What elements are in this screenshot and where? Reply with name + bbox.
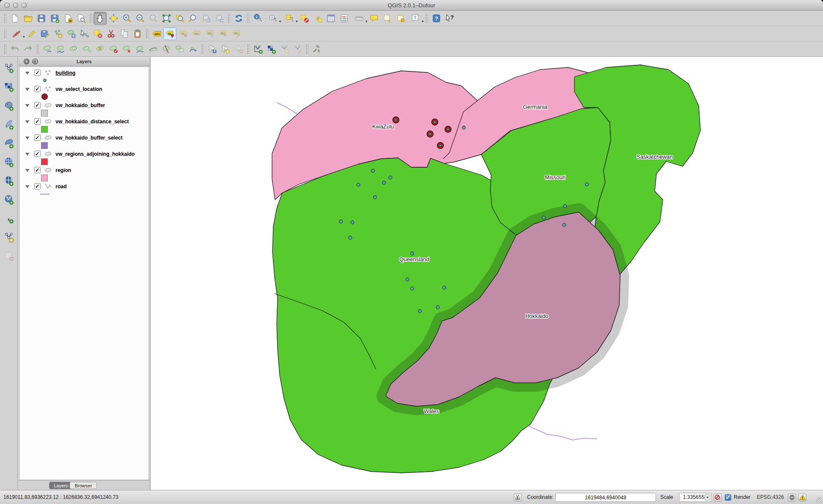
statistical-summary-button[interactable]	[337, 12, 351, 25]
copy-features-button[interactable]	[117, 27, 131, 40]
add-vector-layer-button[interactable]	[1, 60, 17, 76]
minimize-window-button[interactable]	[13, 3, 18, 8]
crs-status-button[interactable]	[788, 493, 796, 501]
new-project-button[interactable]	[8, 12, 21, 25]
select-features-button[interactable]	[281, 12, 298, 25]
add-to-overview-button[interactable]	[205, 43, 219, 55]
stop-rendering-icon[interactable]	[714, 493, 722, 501]
paste-features-button[interactable]	[131, 27, 144, 40]
delete-selected-button[interactable]	[91, 27, 104, 40]
add-wfs-layer-button[interactable]	[1, 192, 17, 207]
toolbar-grip[interactable]	[4, 13, 6, 23]
layer-item-region[interactable]: ✓region	[20, 166, 149, 175]
map-tips-button[interactable]	[367, 12, 381, 25]
zoom-window-button[interactable]	[21, 3, 27, 8]
toolbar-grip[interactable]	[146, 29, 148, 39]
toolbar-grip[interactable]	[89, 13, 92, 23]
rotate-point-symbols-button[interactable]	[186, 43, 199, 55]
layer-checkbox[interactable]: ✓	[34, 118, 41, 125]
zoom-last-button[interactable]	[199, 12, 213, 25]
rotate-label-button[interactable]: abc	[216, 27, 229, 40]
layer-label[interactable]: vw_hokkaido_buffer	[56, 102, 105, 108]
pin-labels-button[interactable]: ab	[163, 27, 176, 40]
toolbar-grip[interactable]	[306, 44, 308, 54]
layer-label[interactable]: vw_hokkaido_buffer_select	[56, 135, 123, 141]
layer-checkbox[interactable]: ✓	[34, 134, 41, 141]
extent-tracking-icon[interactable]	[514, 493, 522, 501]
fill-ring-button[interactable]	[94, 43, 107, 55]
composer-manager-button[interactable]	[74, 12, 88, 25]
layer-label[interactable]: building	[56, 70, 76, 76]
move-label-button[interactable]: abc	[203, 27, 216, 40]
layer-label[interactable]: vw_select_location	[56, 86, 102, 92]
map-canvas[interactable]: KwaZuluGermaniaSaskatchewanMissouriQueen…	[151, 57, 823, 490]
open-project-button[interactable]	[21, 12, 35, 25]
measure-button[interactable]	[351, 12, 367, 25]
expand-arrow-icon[interactable]	[25, 120, 29, 123]
new-raster-layer-button[interactable]	[264, 43, 278, 55]
zoom-in-button[interactable]	[120, 12, 133, 25]
layer-item-vw_hokkaido_buffer[interactable]: ✓vw_hokkaido_buffer	[20, 102, 149, 110]
tab-layers[interactable]: Layers	[49, 482, 73, 489]
offset-curve-button[interactable]	[146, 43, 160, 55]
layer-label[interactable]: vw_hokkaido_distance_select	[56, 119, 129, 125]
layer-checkbox[interactable]: ✓	[34, 151, 41, 157]
undo-button[interactable]	[8, 43, 21, 55]
redo-button[interactable]	[21, 43, 35, 55]
layer-checkbox[interactable]: ✓	[34, 167, 41, 173]
new-print-composer-button[interactable]: ✱	[61, 12, 74, 25]
add-ring-button[interactable]	[67, 43, 80, 55]
zoom-actual-size-button[interactable]: 1:1	[146, 12, 160, 25]
run-feature-action-button[interactable]	[264, 12, 281, 25]
render-checkbox[interactable]: ✓	[725, 494, 731, 501]
combo-arrow-icon[interactable]: ▾	[705, 494, 710, 501]
save-project-as-button[interactable]	[48, 12, 61, 25]
expand-arrow-icon[interactable]	[25, 72, 29, 75]
close-panel-icon[interactable]: ×	[23, 58, 29, 64]
add-mssql-layer-button[interactable]	[1, 135, 17, 151]
delete-ring-button[interactable]	[107, 43, 120, 55]
select-by-expression-button[interactable]: ε	[311, 12, 324, 25]
help-contents-button[interactable]: ?	[430, 12, 443, 25]
toolbar-grip[interactable]	[201, 44, 204, 54]
toolbar-grip[interactable]	[4, 29, 6, 39]
layer-label[interactable]: region	[56, 167, 71, 173]
show-all-layers-button[interactable]: ✱	[219, 43, 232, 55]
toolbar-grip[interactable]	[247, 13, 249, 23]
scale-combo[interactable]: 1:33565585 ▾	[679, 493, 712, 502]
layer-item-building[interactable]: ✓building	[20, 69, 149, 77]
toggle-editing-button[interactable]	[25, 27, 38, 40]
float-panel-icon[interactable]: ❐	[32, 58, 38, 64]
deselect-all-button[interactable]	[298, 12, 311, 25]
open-attribute-table-button[interactable]	[324, 12, 337, 25]
add-spatialite-layer-button[interactable]	[1, 117, 17, 132]
text-annotation-button[interactable]: T	[407, 12, 424, 25]
new-vector-layer-button[interactable]	[251, 43, 264, 55]
layer-item-vw_hokkaido_distance_select[interactable]: ✓vw_hokkaido_distance_select	[20, 118, 149, 126]
save-layer-edits-button[interactable]	[38, 27, 51, 40]
delete-part-button[interactable]	[120, 43, 133, 55]
whats-this-button[interactable]: ?	[443, 12, 456, 25]
layer-item-vw_regions_adjoining_hokkaido[interactable]: ✓vw_regions_adjoining_hokkaido	[20, 150, 149, 158]
layer-item-vw_select_location[interactable]: ✓vw_select_location	[20, 85, 149, 93]
rotate-feature-button[interactable]	[41, 43, 54, 55]
layer-checkbox[interactable]: ✓	[34, 102, 41, 108]
close-window-button[interactable]	[4, 3, 10, 8]
layer-labeling-button[interactable]: abc	[150, 27, 163, 40]
toolbar-grip[interactable]	[228, 13, 230, 23]
show-hide-labels-button[interactable]: abc	[190, 27, 203, 40]
reshape-features-button[interactable]	[133, 43, 146, 55]
map[interactable]: KwaZuluGermaniaSaskatchewanMissouriQueen…	[151, 57, 823, 490]
move-feature-button[interactable]	[64, 27, 78, 40]
log-messages-button[interactable]	[798, 493, 806, 501]
layer-checkbox[interactable]: ✓	[34, 183, 41, 189]
hide-all-layers-button[interactable]	[232, 43, 245, 55]
layer-label[interactable]: road	[56, 184, 67, 189]
toolbar-grip[interactable]	[4, 44, 6, 54]
new-bookmark-button[interactable]: ★	[381, 12, 394, 25]
expand-arrow-icon[interactable]	[25, 169, 29, 172]
toolbar-grip[interactable]	[247, 44, 249, 54]
add-delimited-text-layer-button[interactable]: ,	[1, 210, 17, 226]
toolbar-grip[interactable]	[425, 13, 428, 23]
layer-checkbox[interactable]: ✓	[34, 70, 41, 76]
